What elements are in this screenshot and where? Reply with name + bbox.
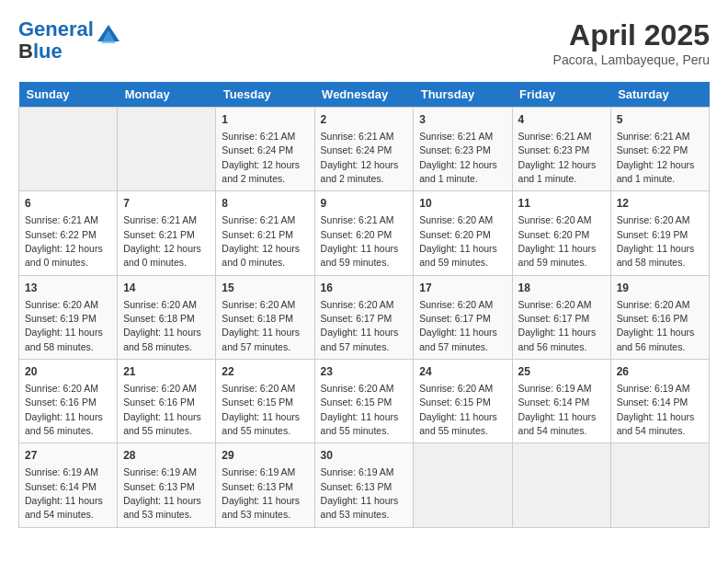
- day-info: Sunrise: 6:21 AM Sunset: 6:24 PM Dayligh…: [321, 131, 399, 184]
- day-number: 6: [25, 196, 111, 212]
- day-cell: 1Sunrise: 6:21 AM Sunset: 6:24 PM Daylig…: [216, 108, 314, 191]
- day-number: 16: [321, 281, 408, 296]
- day-number: 1: [222, 112, 308, 128]
- day-info: Sunrise: 6:20 AM Sunset: 6:15 PM Dayligh…: [321, 383, 399, 436]
- day-info: Sunrise: 6:19 AM Sunset: 6:14 PM Dayligh…: [518, 383, 597, 436]
- weekday-header-row: SundayMondayTuesdayWednesdayThursdayFrid…: [19, 82, 710, 108]
- day-number: 26: [617, 364, 703, 380]
- day-cell: 18Sunrise: 6:20 AM Sunset: 6:17 PM Dayli…: [512, 275, 610, 359]
- day-cell: [118, 108, 216, 191]
- day-number: 30: [321, 448, 408, 464]
- day-info: Sunrise: 6:20 AM Sunset: 6:16 PM Dayligh…: [123, 383, 201, 436]
- day-cell: 8Sunrise: 6:21 AM Sunset: 6:21 PM Daylig…: [216, 191, 314, 275]
- weekday-header-monday: Monday: [118, 82, 216, 108]
- day-info: Sunrise: 6:20 AM Sunset: 6:15 PM Dayligh…: [419, 383, 497, 436]
- day-info: Sunrise: 6:21 AM Sunset: 6:21 PM Dayligh…: [123, 214, 201, 268]
- day-number: 21: [123, 364, 210, 380]
- day-cell: 3Sunrise: 6:21 AM Sunset: 6:23 PM Daylig…: [414, 108, 512, 191]
- day-info: Sunrise: 6:20 AM Sunset: 6:18 PM Dayligh…: [222, 299, 300, 352]
- week-row-2: 6Sunrise: 6:21 AM Sunset: 6:22 PM Daylig…: [19, 191, 710, 275]
- day-info: Sunrise: 6:20 AM Sunset: 6:19 PM Dayligh…: [617, 214, 695, 268]
- day-number: 4: [518, 112, 605, 128]
- day-cell: 17Sunrise: 6:20 AM Sunset: 6:17 PM Dayli…: [414, 275, 512, 359]
- day-number: 22: [222, 364, 308, 380]
- day-cell: 27Sunrise: 6:19 AM Sunset: 6:14 PM Dayli…: [19, 443, 118, 527]
- calendar-title: April 2025: [553, 18, 710, 52]
- day-number: 13: [25, 281, 111, 296]
- weekday-header-wednesday: Wednesday: [314, 82, 414, 108]
- day-cell: 16Sunrise: 6:20 AM Sunset: 6:17 PM Dayli…: [314, 275, 414, 359]
- weekday-header-sunday: Sunday: [19, 82, 118, 108]
- day-cell: [512, 443, 610, 527]
- day-cell: 15Sunrise: 6:20 AM Sunset: 6:18 PM Dayli…: [216, 275, 314, 359]
- calendar-table: SundayMondayTuesdayWednesdayThursdayFrid…: [18, 82, 710, 528]
- day-info: Sunrise: 6:21 AM Sunset: 6:21 PM Dayligh…: [222, 214, 300, 268]
- day-number: 18: [518, 281, 605, 296]
- day-cell: 14Sunrise: 6:20 AM Sunset: 6:18 PM Dayli…: [118, 275, 216, 359]
- day-number: 23: [321, 364, 408, 380]
- weekday-header-thursday: Thursday: [414, 82, 512, 108]
- day-cell: 5Sunrise: 6:21 AM Sunset: 6:22 PM Daylig…: [610, 108, 709, 191]
- day-info: Sunrise: 6:21 AM Sunset: 6:24 PM Dayligh…: [222, 131, 300, 184]
- header: GeneralBlue April 2025 Pacora, Lambayequ…: [18, 18, 710, 67]
- day-cell: 13Sunrise: 6:20 AM Sunset: 6:19 PM Dayli…: [19, 275, 118, 359]
- day-cell: 2Sunrise: 6:21 AM Sunset: 6:24 PM Daylig…: [314, 108, 414, 191]
- day-info: Sunrise: 6:19 AM Sunset: 6:14 PM Dayligh…: [25, 466, 103, 520]
- day-info: Sunrise: 6:20 AM Sunset: 6:17 PM Dayligh…: [321, 299, 399, 352]
- day-cell: [610, 443, 709, 527]
- week-row-5: 27Sunrise: 6:19 AM Sunset: 6:14 PM Dayli…: [19, 443, 710, 527]
- logo-text: GeneralBlue: [18, 18, 94, 63]
- day-number: 24: [419, 364, 506, 380]
- day-info: Sunrise: 6:20 AM Sunset: 6:18 PM Dayligh…: [123, 299, 201, 352]
- day-info: Sunrise: 6:21 AM Sunset: 6:22 PM Dayligh…: [25, 214, 103, 268]
- day-info: Sunrise: 6:19 AM Sunset: 6:13 PM Dayligh…: [321, 466, 399, 520]
- logo: GeneralBlue: [18, 18, 121, 63]
- weekday-header-friday: Friday: [512, 82, 610, 108]
- day-info: Sunrise: 6:20 AM Sunset: 6:20 PM Dayligh…: [419, 214, 497, 268]
- day-cell: 30Sunrise: 6:19 AM Sunset: 6:13 PM Dayli…: [314, 443, 414, 527]
- day-number: 8: [222, 196, 308, 212]
- day-number: 14: [123, 281, 210, 296]
- day-cell: 6Sunrise: 6:21 AM Sunset: 6:22 PM Daylig…: [19, 191, 118, 275]
- day-info: Sunrise: 6:20 AM Sunset: 6:19 PM Dayligh…: [25, 299, 103, 352]
- day-cell: 23Sunrise: 6:20 AM Sunset: 6:15 PM Dayli…: [314, 360, 414, 443]
- day-cell: 28Sunrise: 6:19 AM Sunset: 6:13 PM Dayli…: [118, 443, 216, 527]
- day-number: 2: [321, 112, 408, 128]
- day-info: Sunrise: 6:20 AM Sunset: 6:16 PM Dayligh…: [617, 299, 695, 352]
- week-row-3: 13Sunrise: 6:20 AM Sunset: 6:19 PM Dayli…: [19, 275, 710, 359]
- week-row-1: 1Sunrise: 6:21 AM Sunset: 6:24 PM Daylig…: [19, 108, 710, 191]
- day-info: Sunrise: 6:21 AM Sunset: 6:20 PM Dayligh…: [321, 214, 399, 268]
- day-info: Sunrise: 6:20 AM Sunset: 6:15 PM Dayligh…: [222, 383, 300, 436]
- day-cell: [19, 108, 118, 191]
- day-cell: 11Sunrise: 6:20 AM Sunset: 6:20 PM Dayli…: [512, 191, 610, 275]
- day-cell: 9Sunrise: 6:21 AM Sunset: 6:20 PM Daylig…: [314, 191, 414, 275]
- day-number: 29: [222, 448, 308, 464]
- day-info: Sunrise: 6:21 AM Sunset: 6:22 PM Dayligh…: [617, 131, 695, 184]
- day-number: 15: [222, 281, 308, 296]
- day-cell: 29Sunrise: 6:19 AM Sunset: 6:13 PM Dayli…: [216, 443, 314, 527]
- day-info: Sunrise: 6:21 AM Sunset: 6:23 PM Dayligh…: [518, 131, 597, 184]
- day-cell: 10Sunrise: 6:20 AM Sunset: 6:20 PM Dayli…: [414, 191, 512, 275]
- day-info: Sunrise: 6:20 AM Sunset: 6:17 PM Dayligh…: [518, 299, 597, 352]
- day-info: Sunrise: 6:21 AM Sunset: 6:23 PM Dayligh…: [419, 131, 497, 184]
- day-number: 28: [123, 448, 210, 464]
- day-cell: 12Sunrise: 6:20 AM Sunset: 6:19 PM Dayli…: [610, 191, 709, 275]
- day-number: 10: [419, 196, 506, 212]
- day-cell: 24Sunrise: 6:20 AM Sunset: 6:15 PM Dayli…: [414, 360, 512, 443]
- day-info: Sunrise: 6:19 AM Sunset: 6:14 PM Dayligh…: [617, 383, 695, 436]
- day-cell: 7Sunrise: 6:21 AM Sunset: 6:21 PM Daylig…: [118, 191, 216, 275]
- day-cell: 25Sunrise: 6:19 AM Sunset: 6:14 PM Dayli…: [512, 360, 610, 443]
- day-info: Sunrise: 6:20 AM Sunset: 6:17 PM Dayligh…: [419, 299, 497, 352]
- day-number: 17: [419, 281, 506, 296]
- day-cell: 21Sunrise: 6:20 AM Sunset: 6:16 PM Dayli…: [118, 360, 216, 443]
- day-number: 9: [321, 196, 408, 212]
- day-info: Sunrise: 6:20 AM Sunset: 6:20 PM Dayligh…: [518, 214, 597, 268]
- day-number: 27: [25, 448, 111, 464]
- day-number: 25: [518, 364, 605, 380]
- logo-icon: [96, 23, 121, 49]
- title-area: April 2025 Pacora, Lambayeque, Peru: [553, 18, 710, 67]
- day-number: 12: [617, 196, 703, 212]
- day-cell: 22Sunrise: 6:20 AM Sunset: 6:15 PM Dayli…: [216, 360, 314, 443]
- day-cell: 4Sunrise: 6:21 AM Sunset: 6:23 PM Daylig…: [512, 108, 610, 191]
- day-number: 5: [617, 112, 703, 128]
